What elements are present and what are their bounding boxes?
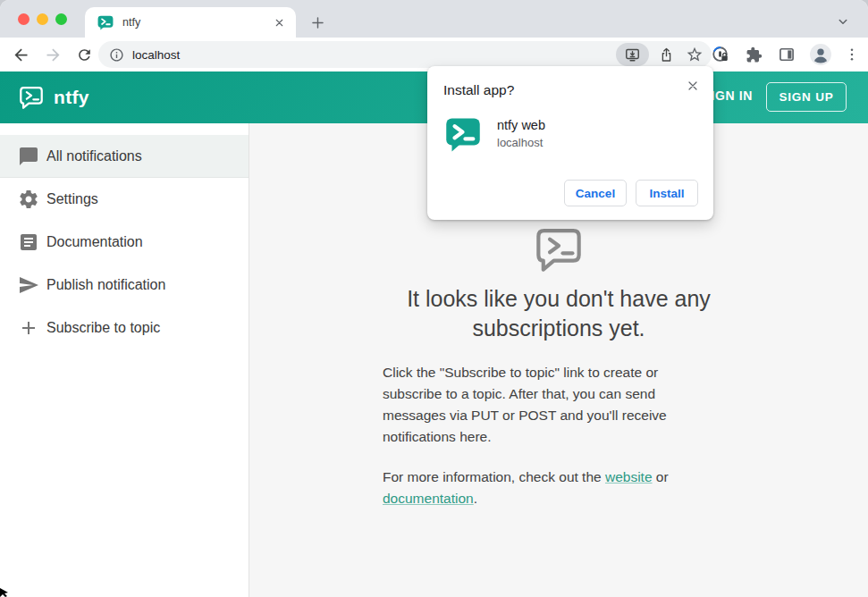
empty-state-paragraph: Click the "Subscribe to topic" link to c… bbox=[383, 362, 702, 448]
zoom-window-button[interactable] bbox=[55, 13, 67, 25]
minimize-window-button[interactable] bbox=[37, 13, 48, 25]
back-icon[interactable] bbox=[9, 43, 32, 66]
install-app-dialog: Install app? ntfy web localhost Cancel I… bbox=[427, 66, 713, 220]
website-link[interactable]: website bbox=[605, 469, 653, 484]
dialog-title: Install app? bbox=[443, 82, 514, 98]
close-icon[interactable] bbox=[683, 76, 703, 96]
address-bar[interactable]: localhost bbox=[98, 41, 712, 68]
ntfy-logo-icon bbox=[18, 84, 45, 111]
install-button[interactable]: Install bbox=[636, 180, 698, 206]
sidebar-navigation: All notifications Settings Documentation… bbox=[0, 123, 249, 597]
empty-state-links-paragraph: For more information, check out the webs… bbox=[383, 467, 702, 509]
ntfy-favicon-icon bbox=[97, 14, 114, 30]
sidebar-item-label: Settings bbox=[46, 191, 98, 207]
sidebar-item-documentation[interactable]: Documentation bbox=[0, 221, 249, 264]
sidebar-item-label: All notifications bbox=[46, 148, 142, 164]
paragraph-text: For more information, check out the bbox=[383, 469, 605, 484]
share-icon[interactable] bbox=[654, 43, 678, 66]
browser-tab-ntfy[interactable]: ntfy bbox=[85, 7, 296, 38]
paragraph-text: or bbox=[653, 469, 669, 484]
tab-title: ntfy bbox=[122, 16, 271, 29]
bookmark-star-icon[interactable] bbox=[683, 43, 706, 66]
empty-state-heading: It looks like you don't have any subscri… bbox=[397, 284, 721, 343]
browser-window: ntfy localhost bbox=[0, 0, 868, 597]
sidebar-item-label: Documentation bbox=[46, 234, 143, 250]
dialog-app-name: ntfy web bbox=[497, 118, 545, 132]
mouse-cursor bbox=[0, 588, 9, 597]
extensions-puzzle-icon[interactable] bbox=[742, 43, 765, 66]
side-panel-icon[interactable] bbox=[775, 43, 798, 66]
profile-icon[interactable] bbox=[808, 42, 833, 67]
password-manager-icon[interactable] bbox=[709, 43, 732, 66]
sidebar-item-settings[interactable]: Settings bbox=[0, 178, 249, 221]
ntfy-terminal-icon bbox=[533, 223, 585, 275]
gear-icon bbox=[18, 189, 39, 210]
sidebar-item-label: Subscribe to topic bbox=[46, 320, 160, 336]
sidebar-item-subscribe-to-topic[interactable]: Subscribe to topic bbox=[0, 307, 249, 349]
sidebar-item-label: Publish notification bbox=[46, 277, 165, 293]
tab-strip: ntfy bbox=[0, 0, 868, 38]
menu-dots-icon[interactable] bbox=[843, 43, 861, 66]
new-tab-plus-icon[interactable] bbox=[308, 13, 327, 32]
tab-search-chevron-icon[interactable] bbox=[834, 14, 852, 29]
sidebar-item-all-notifications[interactable]: All notifications bbox=[0, 135, 249, 178]
plus-icon bbox=[18, 317, 39, 339]
forward-icon[interactable] bbox=[41, 43, 64, 66]
article-icon bbox=[18, 231, 39, 253]
url-text[interactable]: localhost bbox=[132, 48, 616, 62]
empty-state: It looks like you don't have any subscri… bbox=[380, 223, 737, 509]
sign-up-button[interactable]: SIGN UP bbox=[766, 82, 847, 112]
chat-bubble-icon bbox=[18, 146, 39, 167]
paragraph-text: . bbox=[474, 491, 477, 506]
send-icon bbox=[18, 274, 39, 296]
close-window-button[interactable] bbox=[18, 13, 29, 25]
install-app-icon[interactable] bbox=[616, 43, 649, 66]
window-controls bbox=[18, 13, 67, 25]
ntfy-app-icon bbox=[445, 116, 481, 152]
cancel-button[interactable]: Cancel bbox=[564, 180, 627, 206]
documentation-link[interactable]: documentation bbox=[383, 491, 474, 506]
tab-close-icon[interactable] bbox=[271, 14, 287, 30]
reload-icon[interactable] bbox=[72, 43, 96, 66]
brand-title: ntfy bbox=[54, 87, 89, 108]
sidebar-item-publish-notification[interactable]: Publish notification bbox=[0, 264, 249, 307]
page-info-icon[interactable] bbox=[109, 47, 124, 63]
dialog-app-origin: localhost bbox=[497, 136, 543, 149]
